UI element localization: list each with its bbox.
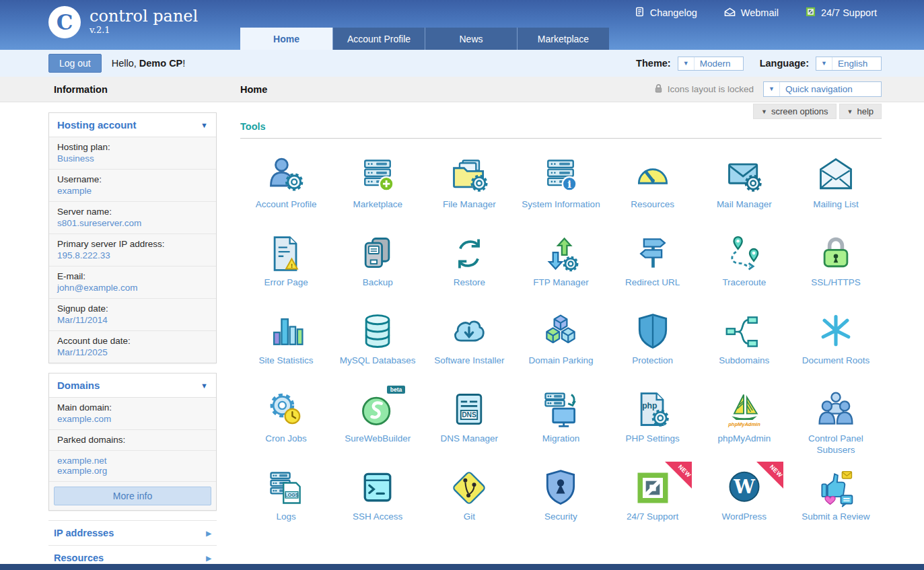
chevron-right-icon: ▶ [206, 530, 211, 537]
tool-mailing-list[interactable]: Mailing List [790, 149, 882, 227]
tab-news[interactable]: News [425, 28, 517, 50]
tool-label: SureWebBuilder [332, 433, 423, 445]
user-bar: Log out Hello, Demo CP! Theme: ▼ Modern … [0, 50, 924, 77]
tool-restore[interactable]: Restore [423, 227, 515, 306]
tool-label: FTP Manager [515, 277, 606, 289]
surewebbuilder-icon [356, 388, 399, 432]
logo[interactable]: C control panel v.2.1 [48, 6, 198, 38]
tools-divider [240, 138, 882, 139]
tool-protection[interactable]: Protection [607, 306, 699, 384]
field-value: example.com [57, 414, 208, 424]
tool-document-roots[interactable]: Document Roots [790, 306, 882, 384]
tool-site-statistics[interactable]: Site Statistics [240, 306, 332, 384]
tool-label: Security [515, 511, 606, 523]
panel-header-domains[interactable]: Domains▼ [49, 373, 216, 398]
tool-label: Domain Parking [515, 355, 606, 367]
tool-phpmyadmin[interactable]: phpMyAdminphpMyAdmin [699, 384, 790, 462]
tool-24-7-support[interactable]: NEW24/7 Support [607, 462, 699, 540]
tool-subdomains[interactable]: Subdomains [699, 306, 790, 384]
tool-label: Migration [515, 433, 606, 445]
header-link-changelog[interactable]: Changelog [635, 7, 697, 19]
tool-migration[interactable]: Migration [515, 384, 606, 462]
tool-surewebbuilder[interactable]: betaSureWebBuilder [332, 384, 423, 462]
help-button[interactable]: ▼ help [839, 104, 882, 119]
tool-ssh-access[interactable]: SSH Access [332, 462, 423, 540]
tool-label: Site Statistics [240, 355, 332, 367]
tool-git[interactable]: Git [423, 462, 515, 540]
quick-navigation-dropdown[interactable]: ▼ Quick navigation [763, 81, 882, 97]
tool-label: 24/7 Support [607, 511, 699, 523]
logout-button[interactable]: Log out [48, 54, 102, 73]
panel-field: Server name:s801.sureserver.com [49, 202, 216, 234]
tool-submit-a-review[interactable]: Submit a Review [790, 462, 882, 540]
chevron-down-icon: ▼ [816, 57, 832, 70]
chevron-down-icon: ▼ [764, 82, 780, 96]
tool-control-panel-subusers[interactable]: Control Panel Subusers [790, 384, 882, 462]
language-value: English [832, 57, 881, 70]
tool-php-settings[interactable]: phpPHP Settings [607, 384, 699, 462]
account-profile-icon [264, 153, 308, 198]
tool-label: Software Installer [423, 355, 515, 367]
theme-value: Modern [695, 57, 743, 70]
panel-header-hosting-account[interactable]: Hosting account▼ [49, 113, 216, 137]
panel-field: Signup date:Mar/11/2014 [49, 299, 216, 331]
redirect-url-icon [631, 231, 674, 276]
panel-field: Username:example [49, 170, 216, 202]
tool-cron-jobs[interactable]: Cron Jobs [240, 384, 332, 462]
more-info-button[interactable]: More info [54, 487, 211, 505]
tool-label: Cron Jobs [240, 433, 332, 445]
svg-text:DNS: DNS [462, 411, 476, 419]
tool-redirect-url[interactable]: Redirect URL [607, 227, 699, 306]
panel-field: example.net example.org [49, 451, 216, 482]
tool-label: Error Page [240, 277, 332, 289]
tab-home[interactable]: Home [240, 28, 332, 50]
header-link-label: Webmail [741, 7, 779, 18]
tool-error-page[interactable]: !Error Page [240, 227, 332, 306]
header-link-24-7-support[interactable]: 24/7 Support [806, 7, 877, 19]
tool-ssl-https[interactable]: SSL/HTTPS [790, 227, 882, 306]
chevron-down-icon: ▼ [201, 382, 208, 390]
ftp-manager-icon [539, 231, 582, 276]
tool-label: Marketplace [332, 199, 423, 211]
tool-label: Resources [607, 199, 699, 211]
language-dropdown[interactable]: ▼ English [816, 57, 882, 71]
tool-security[interactable]: Security [515, 462, 606, 540]
tool-traceroute[interactable]: Traceroute [699, 227, 790, 306]
tool-domain-parking[interactable]: Domain Parking [515, 306, 606, 384]
tool-mail-manager[interactable]: Mail Manager [699, 149, 790, 227]
tool-resources[interactable]: Resources [607, 149, 699, 227]
screen-options-button[interactable]: ▼ screen options [753, 104, 836, 119]
tool-ftp-manager[interactable]: FTP Manager [515, 227, 606, 306]
subdomains-icon [723, 310, 766, 354]
field-value: john@example.com [57, 283, 208, 293]
svg-text:phpMyAdmin: phpMyAdmin [727, 421, 760, 427]
tool-account-profile[interactable]: Account Profile [240, 149, 332, 227]
tool-label: DNS Manager [423, 433, 515, 445]
tool-backup[interactable]: Backup [332, 227, 423, 306]
tool-mysql-databases[interactable]: MySQL Databases [332, 306, 423, 384]
tab-account-profile[interactable]: Account Profile [332, 28, 425, 50]
main-tabs: HomeAccount ProfileNewsMarketplace [240, 28, 609, 50]
header-link-webmail[interactable]: Webmail [724, 7, 779, 19]
theme-dropdown[interactable]: ▼ Modern [678, 57, 744, 71]
logs-icon: LOGS [264, 466, 308, 510]
tool-wordpress[interactable]: WNEWWordPress [699, 462, 790, 540]
svg-text:php: php [642, 401, 657, 411]
tab-marketplace[interactable]: Marketplace [517, 28, 609, 50]
tool-file-manager[interactable]: File Manager [423, 149, 515, 227]
chevron-down-icon: ▼ [761, 108, 767, 115]
security-icon [539, 466, 582, 510]
sidebar-links: IP addresses▶Resources▶ [48, 520, 217, 570]
tool-marketplace[interactable]: Marketplace [332, 149, 423, 227]
field-label: Server name: [57, 207, 208, 217]
sidebar-item-ip-addresses[interactable]: IP addresses▶ [48, 520, 217, 546]
field-value: Mar/11/2014 [57, 315, 208, 325]
tool-dns-manager[interactable]: DNSDNS Manager [423, 384, 515, 462]
icons-locked-text: Icons layout is locked [668, 84, 754, 94]
submit-a-review-icon [814, 466, 857, 510]
domain-parking-icon [539, 310, 582, 354]
tool-system-information[interactable]: iSystem Information [515, 149, 606, 227]
tool-logs[interactable]: LOGSLogs [240, 462, 332, 540]
tool-label: System Information [515, 199, 606, 211]
tool-software-installer[interactable]: Software Installer [423, 306, 515, 384]
